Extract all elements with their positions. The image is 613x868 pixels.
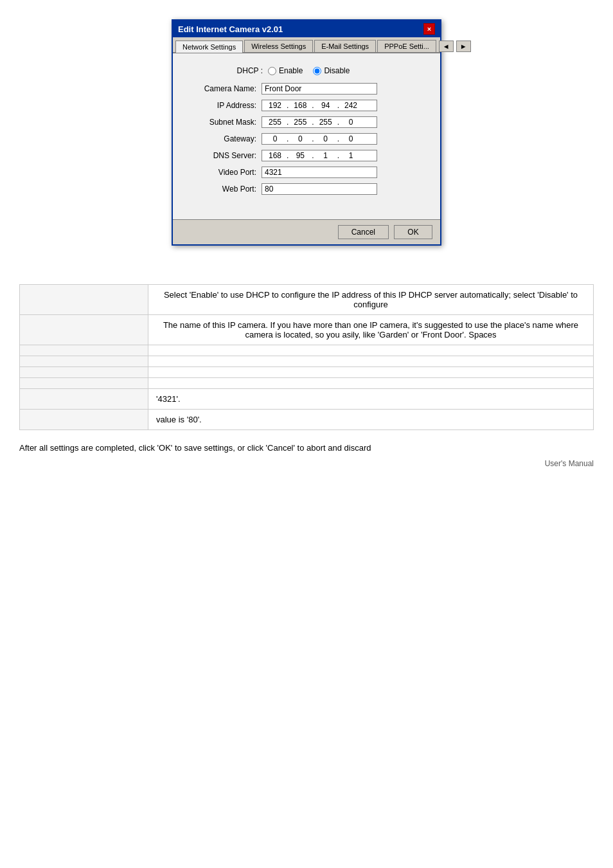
table-row: The name of this IP camera. If you have … <box>20 315 594 345</box>
dns-octet-3[interactable] <box>315 151 336 160</box>
camera-name-description: The name of this IP camera. If you have … <box>163 320 578 339</box>
dialog-titlebar: Edit Internet Camera v2.01 × <box>173 21 440 37</box>
manual-label: User's Manual <box>19 459 594 468</box>
gateway-inputs: . . . <box>262 133 377 145</box>
subnet-dot-3: . <box>337 118 339 127</box>
dns-octet-1[interactable] <box>265 151 285 160</box>
table-desc-cell <box>148 356 594 367</box>
ip-dot-3: . <box>337 101 339 110</box>
tab-prev-button[interactable]: ◄ <box>439 41 454 52</box>
subnet-dot-2: . <box>312 118 314 127</box>
close-button[interactable]: × <box>423 23 435 35</box>
info-table: Select 'Enable' to use DHCP to configure… <box>19 284 594 430</box>
subnet-octet-1[interactable] <box>265 118 285 127</box>
subnet-octet-4[interactable] <box>341 118 361 127</box>
table-desc-cell <box>148 345 594 356</box>
ip-address-label: IP Address: <box>186 101 256 110</box>
tab-wireless-settings[interactable]: Wireless Settings <box>244 40 313 52</box>
web-port-field <box>262 183 427 195</box>
dhcp-enable-option[interactable]: Enable <box>268 66 303 75</box>
video-port-label: Video Port: <box>186 168 256 177</box>
table-desc-cell: Select 'Enable' to use DHCP to configure… <box>148 285 594 315</box>
gateway-field: . . . <box>262 133 427 145</box>
ip-octet-1[interactable] <box>265 101 285 110</box>
tab-email-settings[interactable]: E-Mail Settings <box>314 40 376 52</box>
table-desc-cell: '4321'. <box>148 389 594 410</box>
table-label-cell <box>20 378 148 389</box>
gateway-octet-4[interactable] <box>341 134 361 143</box>
dhcp-radio-group: Enable Disable <box>268 66 350 75</box>
manual-text: User's Manual <box>545 459 594 468</box>
dns-octet-2[interactable] <box>290 151 310 160</box>
subnet-dot-1: . <box>287 118 289 127</box>
camera-name-label: Camera Name: <box>186 84 256 93</box>
tab-network-settings[interactable]: Network Settings <box>175 41 243 53</box>
subnet-mask-label: Subnet Mask: <box>186 118 256 127</box>
tab-pppoe-settings[interactable]: PPPoE Setti... <box>377 40 436 52</box>
dns-server-field: . . . <box>262 150 427 161</box>
table-desc-cell: The name of this IP camera. If you have … <box>148 315 594 345</box>
gateway-dot-2: . <box>312 134 314 143</box>
table-label-cell <box>20 285 148 315</box>
dialog: Edit Internet Camera v2.01 × Network Set… <box>172 19 441 246</box>
table-row <box>20 356 594 367</box>
dialog-body: DHCP : Enable Disable Camera Name: <box>173 53 440 219</box>
table-desc-cell <box>148 367 594 378</box>
subnet-octet-2[interactable] <box>290 118 310 127</box>
camera-name-input[interactable] <box>262 83 377 95</box>
subnet-mask-field: . . . <box>262 116 427 128</box>
ip-octet-4[interactable] <box>341 101 361 110</box>
footer-description: After all settings are completed, click … <box>19 443 371 453</box>
video-port-row: Video Port: <box>186 167 427 178</box>
subnet-octet-3[interactable] <box>315 118 336 127</box>
gateway-dot-3: . <box>337 134 339 143</box>
tab-next-button[interactable]: ► <box>456 41 471 52</box>
dhcp-enable-radio[interactable] <box>268 67 276 75</box>
dhcp-disable-label: Disable <box>324 66 350 75</box>
gateway-octet-3[interactable] <box>315 134 336 143</box>
table-row <box>20 378 594 389</box>
footer-text: After all settings are completed, click … <box>19 443 594 453</box>
ip-octet-2[interactable] <box>290 101 310 110</box>
subnet-mask-inputs: . . . <box>262 116 377 128</box>
gateway-row: Gateway: . . . <box>186 133 427 145</box>
ok-button[interactable]: OK <box>394 225 432 239</box>
video-port-field <box>262 167 427 178</box>
dhcp-enable-label: Enable <box>279 66 303 75</box>
camera-name-field <box>262 83 427 95</box>
dns-dot-3: . <box>337 151 339 160</box>
table-desc-cell <box>148 378 594 389</box>
web-port-row: Web Port: <box>186 183 427 195</box>
info-table-section: Select 'Enable' to use DHCP to configure… <box>19 284 594 430</box>
ip-address-row: IP Address: . . . <box>186 100 427 111</box>
gateway-octet-2[interactable] <box>290 134 310 143</box>
table-row <box>20 367 594 378</box>
dhcp-disable-radio[interactable] <box>313 67 321 75</box>
ip-dot-2: . <box>312 101 314 110</box>
dhcp-description: Select 'Enable' to use DHCP to configure… <box>164 290 578 309</box>
dialog-title: Edit Internet Camera v2.01 <box>178 24 283 34</box>
ip-octet-3[interactable] <box>315 101 336 110</box>
web-port-label: Web Port: <box>186 185 256 194</box>
table-label-cell <box>20 367 148 378</box>
dhcp-label: DHCP : <box>192 66 263 75</box>
web-port-input[interactable] <box>262 183 377 195</box>
ip-address-field: . . . <box>262 100 427 111</box>
table-label-cell <box>20 356 148 367</box>
body-spacer <box>186 200 427 213</box>
video-port-input[interactable] <box>262 167 377 178</box>
dns-octet-4[interactable] <box>341 151 361 160</box>
dhcp-disable-option[interactable]: Disable <box>313 66 350 75</box>
gateway-octet-1[interactable] <box>265 134 285 143</box>
dns-dot-1: . <box>287 151 289 160</box>
web-port-description: value is '80'. <box>156 415 202 424</box>
dialog-wrapper: Edit Internet Camera v2.01 × Network Set… <box>0 0 613 258</box>
table-desc-cell: value is '80'. <box>148 410 594 430</box>
cancel-button[interactable]: Cancel <box>338 225 389 239</box>
camera-name-row: Camera Name: <box>186 83 427 95</box>
subnet-mask-row: Subnet Mask: . . . <box>186 116 427 128</box>
dialog-footer: Cancel OK <box>173 219 440 244</box>
table-row: Select 'Enable' to use DHCP to configure… <box>20 285 594 315</box>
dhcp-row: DHCP : Enable Disable <box>186 66 427 75</box>
dns-dot-2: . <box>312 151 314 160</box>
